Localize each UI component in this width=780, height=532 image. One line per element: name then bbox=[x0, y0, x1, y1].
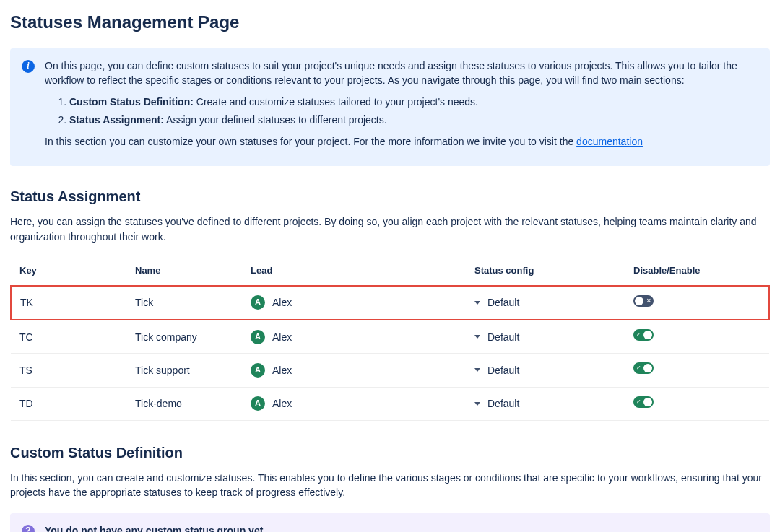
enable-toggle[interactable]: ✓ bbox=[633, 396, 654, 408]
lead-name: Alex bbox=[272, 330, 292, 344]
info-banner: i On this page, you can define custom st… bbox=[10, 48, 770, 166]
assignment-table: Key Name Lead Status config Disable/Enab… bbox=[10, 257, 770, 421]
cell-status[interactable]: Default bbox=[466, 354, 625, 387]
cell-toggle: ✓ bbox=[625, 320, 769, 354]
cell-lead: AAlex bbox=[242, 354, 466, 387]
status-value: Default bbox=[488, 330, 519, 344]
table-row: TCTick companyAAlexDefault✓ bbox=[11, 320, 769, 354]
table-row: TSTick supportAAlexDefault✓ bbox=[11, 354, 769, 387]
cell-key: TK bbox=[11, 286, 126, 320]
info-bullet-2: Status Assignment: Assign your defined s… bbox=[69, 113, 758, 127]
avatar: A bbox=[251, 295, 265, 310]
status-assignment-desc: Here, you can assign the statuses you've… bbox=[10, 214, 770, 244]
custom-definition-heading: Custom Status Definition bbox=[10, 442, 770, 463]
avatar: A bbox=[251, 363, 265, 378]
cell-lead: AAlex bbox=[242, 320, 466, 354]
col-name: Name bbox=[126, 257, 242, 286]
table-row: TDTick-demoAAlexDefault✓ bbox=[11, 387, 769, 420]
enable-toggle[interactable]: ✓ bbox=[633, 362, 654, 374]
cell-key: TD bbox=[11, 387, 126, 420]
custom-definition-desc: In this section, you can create and cust… bbox=[10, 471, 770, 500]
avatar: A bbox=[251, 330, 265, 344]
cell-status[interactable]: Default bbox=[466, 286, 625, 320]
col-lead: Lead bbox=[242, 257, 466, 286]
page-title: Statuses Management Page bbox=[10, 10, 770, 35]
cell-toggle: ✓ bbox=[625, 387, 769, 420]
cell-toggle: ✕ bbox=[625, 286, 769, 320]
cell-name: Tick bbox=[126, 286, 242, 320]
empty-title: You do not have any custom status group … bbox=[45, 523, 415, 533]
col-key: Key bbox=[11, 257, 126, 286]
chevron-down-icon bbox=[474, 368, 480, 372]
question-icon: ? bbox=[22, 525, 35, 533]
col-status: Status config bbox=[466, 257, 625, 286]
col-toggle: Disable/Enable bbox=[625, 257, 769, 286]
chevron-down-icon bbox=[474, 301, 480, 305]
cell-name: Tick support bbox=[126, 354, 242, 387]
lead-name: Alex bbox=[272, 396, 292, 411]
table-row: TKTickAAlexDefault✕ bbox=[11, 286, 769, 320]
cell-key: TS bbox=[11, 354, 126, 387]
empty-state-banner: ? You do not have any custom status grou… bbox=[10, 513, 770, 533]
status-value: Default bbox=[488, 363, 519, 378]
enable-toggle[interactable]: ✕ bbox=[633, 295, 654, 307]
status-assignment-heading: Status Assignment bbox=[10, 186, 770, 207]
chevron-down-icon bbox=[474, 402, 480, 406]
info-bullet-1: Custom Status Definition: Create and cus… bbox=[69, 95, 758, 109]
info-intro: On this page, you can define custom stat… bbox=[45, 58, 758, 88]
status-value: Default bbox=[488, 396, 519, 411]
info-outro: In this section you can customize your o… bbox=[45, 134, 758, 149]
cell-toggle: ✓ bbox=[625, 354, 769, 387]
avatar: A bbox=[251, 396, 265, 411]
lead-name: Alex bbox=[272, 295, 292, 310]
enable-toggle[interactable]: ✓ bbox=[633, 329, 654, 341]
cell-status[interactable]: Default bbox=[466, 320, 625, 354]
info-body: On this page, you can define custom stat… bbox=[45, 58, 758, 156]
cell-key: TC bbox=[11, 320, 126, 354]
cell-name: Tick company bbox=[126, 320, 242, 354]
chevron-down-icon bbox=[474, 335, 480, 339]
cell-lead: AAlex bbox=[242, 387, 466, 420]
cell-status[interactable]: Default bbox=[466, 387, 625, 420]
documentation-link[interactable]: documentation bbox=[576, 136, 643, 147]
cell-name: Tick-demo bbox=[126, 387, 242, 420]
info-icon: i bbox=[22, 60, 35, 73]
cell-lead: AAlex bbox=[242, 286, 466, 320]
lead-name: Alex bbox=[272, 363, 292, 378]
status-value: Default bbox=[488, 295, 519, 310]
